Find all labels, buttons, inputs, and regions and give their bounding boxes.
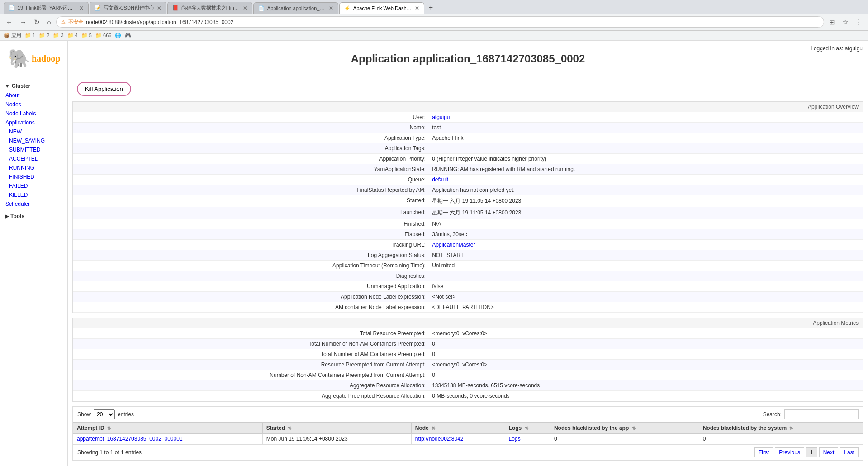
cluster-section-title[interactable]: ▼ Cluster bbox=[0, 81, 67, 91]
sidebar-item-running[interactable]: RUNNING bbox=[4, 163, 67, 172]
hadoop-elephant-icon: 🐘 bbox=[8, 48, 31, 69]
sidebar-item-accepted[interactable]: ACCEPTED bbox=[4, 154, 67, 163]
sidebar-item-applications[interactable]: Applications bbox=[0, 118, 67, 127]
new-tab-button[interactable]: + bbox=[425, 2, 436, 14]
tracking-url-link[interactable]: ApplicationMaster bbox=[432, 242, 475, 248]
tab-3[interactable]: 📕 尚硅谷大数据技术之Flink.pdf ✕ bbox=[167, 2, 252, 14]
tab-favicon-1: 📄 bbox=[9, 5, 15, 11]
sidebar-item-submitted[interactable]: SUBMITTED bbox=[4, 145, 67, 154]
table-row: Resource Preempted from Current Attempt:… bbox=[73, 360, 863, 370]
tab-favicon-3: 📕 bbox=[172, 5, 179, 11]
tab-4[interactable]: 📄 Application application_1687... ✕ bbox=[253, 2, 338, 14]
sidebar-item-scheduler[interactable]: Scheduler bbox=[0, 200, 67, 209]
extensions-button[interactable]: ⊞ bbox=[827, 17, 837, 27]
name-value: test bbox=[428, 123, 863, 133]
entries-select-input[interactable]: 10 20 50 100 bbox=[94, 409, 115, 419]
attempt-id-link[interactable]: appattempt_1687142703085_0002_000001 bbox=[77, 436, 183, 442]
page-top-area: 🐘 hadoop Application application_1687142… bbox=[0, 41, 868, 76]
col-started[interactable]: Started ⇅ bbox=[262, 423, 411, 434]
bookmark-extra2[interactable]: 🎮 bbox=[125, 33, 131, 38]
bookmark-button[interactable]: ☆ bbox=[840, 17, 850, 27]
search-input[interactable] bbox=[784, 409, 859, 419]
tab-2[interactable]: 📝 写文章-CSDN创作中心 ✕ bbox=[90, 2, 166, 14]
security-icon: ⚠ bbox=[61, 19, 66, 25]
table-row: Application Type: Apache Flink bbox=[73, 133, 863, 143]
table-row: Application Tags: bbox=[73, 143, 863, 154]
address-bar[interactable]: ⚠ 不安全 node002:8088/cluster/app/applicati… bbox=[56, 16, 824, 28]
tab-title-2: 写文章-CSDN创作中心 bbox=[104, 5, 154, 11]
aggregate-preempted-value: 0 MB-seconds, 0 vcore-seconds bbox=[428, 391, 863, 401]
sidebar-item-failed[interactable]: FAILED bbox=[4, 181, 67, 190]
blacklisted-app-cell: 0 bbox=[550, 434, 699, 444]
sidebar-item-nodes[interactable]: Nodes bbox=[0, 100, 67, 109]
sidebar-item-new[interactable]: NEW bbox=[4, 127, 67, 136]
user-link[interactable]: atguigu bbox=[432, 114, 450, 120]
resource-preempted-value: <memory:0, vCores:0> bbox=[428, 360, 863, 370]
am-preempted-value: 0 bbox=[428, 349, 863, 360]
table-row: Diagnostics: bbox=[73, 271, 863, 281]
browser-toolbar: ← → ↻ ⌂ ⚠ 不安全 node002:8088/cluster/app/a… bbox=[0, 14, 868, 31]
node-label-expression-label: Application Node Label expression: bbox=[73, 292, 428, 302]
last-page-button[interactable]: Last bbox=[840, 447, 859, 457]
hadoop-logo-text: hadoop bbox=[32, 53, 60, 64]
tab-1[interactable]: 📄 19_Flink部署_YARN运行模式-文... ✕ bbox=[4, 2, 89, 14]
forward-button[interactable]: → bbox=[18, 17, 29, 27]
main-content: Kill Application Application Overview Us… bbox=[68, 76, 868, 466]
refresh-button[interactable]: ↻ bbox=[32, 17, 42, 27]
bookmark-5[interactable]: 📁 5 bbox=[81, 33, 92, 38]
node-link[interactable]: http://node002:8042 bbox=[415, 436, 464, 442]
bookmark-apps[interactable]: 📦 应用 bbox=[4, 32, 21, 39]
tools-section: ▶ Tools bbox=[0, 211, 67, 221]
bookmark-3[interactable]: 📁 3 bbox=[53, 33, 63, 38]
finished-value: N/A bbox=[428, 219, 863, 229]
tab-5[interactable]: ⚡ Apache Flink Web Dashboard ✕ bbox=[339, 2, 424, 14]
col-blacklisted-system[interactable]: Nodes blacklisted by the system ⇅ bbox=[699, 423, 863, 434]
next-page-button[interactable]: Next bbox=[819, 447, 839, 457]
priority-label: Application Priority: bbox=[73, 154, 428, 164]
menu-button[interactable]: ⋮ bbox=[853, 17, 864, 27]
col-blacklisted-app-label: Nodes blacklisted by the app bbox=[554, 425, 629, 431]
tab-close-1[interactable]: ✕ bbox=[79, 5, 84, 11]
tab-close-2[interactable]: ✕ bbox=[157, 5, 161, 11]
tab-close-4[interactable]: ✕ bbox=[329, 5, 333, 11]
col-node[interactable]: Node ⇅ bbox=[411, 423, 505, 434]
bookmark-extra1[interactable]: 🌐 bbox=[115, 33, 121, 38]
col-attempt-id-label: Attempt ID bbox=[77, 425, 104, 431]
logs-link[interactable]: Logs bbox=[509, 436, 521, 442]
queue-link[interactable]: default bbox=[432, 176, 448, 183]
col-logs[interactable]: Logs ⇅ bbox=[505, 423, 550, 434]
bookmark-4[interactable]: 📁 4 bbox=[67, 33, 78, 38]
sidebar-item-finished[interactable]: FINISHED bbox=[4, 172, 67, 181]
table-row: Aggregate Preempted Resource Allocation:… bbox=[73, 391, 863, 401]
overview-header: Application Overview bbox=[73, 102, 863, 112]
tools-section-title[interactable]: ▶ Tools bbox=[0, 211, 67, 221]
sidebar-item-killed[interactable]: KILLED bbox=[4, 190, 67, 200]
tracking-url-label: Tracking URL: bbox=[73, 240, 428, 250]
home-button[interactable]: ⌂ bbox=[45, 17, 53, 27]
sidebar-item-about[interactable]: About bbox=[0, 91, 67, 100]
attempts-table: Attempt ID ⇅ Started ⇅ Node ⇅ Logs bbox=[73, 422, 863, 444]
back-button[interactable]: ← bbox=[4, 17, 15, 27]
previous-page-button[interactable]: Previous bbox=[775, 447, 804, 457]
col-blacklisted-app[interactable]: Nodes blacklisted by the app ⇅ bbox=[550, 423, 699, 434]
bookmark-1[interactable]: 📁 1 bbox=[25, 33, 35, 38]
search-box: Search: bbox=[763, 409, 859, 419]
application-overview-section: Application Overview User: atguigu Name:… bbox=[72, 101, 863, 313]
sidebar-item-new-saving[interactable]: NEW_SAVING bbox=[4, 136, 67, 145]
tab-close-5[interactable]: ✕ bbox=[415, 5, 419, 11]
hadoop-logo: 🐘 hadoop bbox=[4, 44, 64, 73]
non-am-current-label: Number of Non-AM Containers Preempted fr… bbox=[73, 370, 428, 380]
first-page-button[interactable]: First bbox=[754, 447, 773, 457]
sidebar-item-node-labels[interactable]: Node Labels bbox=[0, 109, 67, 118]
attempt-id-cell: appattempt_1687142703085_0002_000001 bbox=[73, 434, 263, 444]
tab-close-3[interactable]: ✕ bbox=[243, 5, 247, 11]
kill-application-button[interactable]: Kill Application bbox=[77, 82, 131, 96]
aggregate-alloc-value: 13345188 MB-seconds, 6515 vcore-seconds bbox=[428, 380, 863, 391]
timeout-value: Unlimited bbox=[428, 261, 863, 271]
table-row: Total Resource Preempted: <memory:0, vCo… bbox=[73, 328, 863, 339]
table-row: Launched: 星期一 六月 19 11:05:14 +0800 2023 bbox=[73, 207, 863, 219]
bookmark-666[interactable]: 📁 666 bbox=[95, 33, 111, 38]
col-attempt-id[interactable]: Attempt ID ⇅ bbox=[73, 423, 263, 434]
page-container: ▼ Cluster About Nodes Node Labels Applic… bbox=[0, 76, 868, 466]
bookmark-2[interactable]: 📁 2 bbox=[39, 33, 49, 38]
